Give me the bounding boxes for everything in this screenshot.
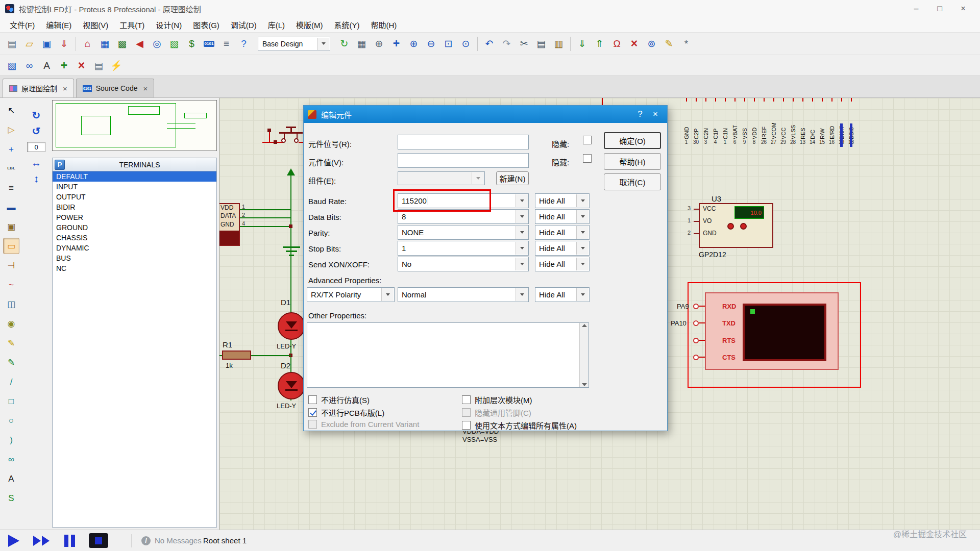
- checkbox[interactable]: [308, 420, 317, 429]
- schematic-capture-icon[interactable]: ▦: [97, 36, 113, 52]
- pick-terminals-button[interactable]: P: [55, 160, 65, 170]
- maximize-button[interactable]: □: [928, 4, 951, 13]
- menu-item[interactable]: 系统(Y): [328, 17, 365, 32]
- terminals-list-item[interactable]: BUS: [53, 253, 216, 263]
- block-move-icon[interactable]: ⇑: [592, 36, 607, 52]
- exclude-pcb-checkbox[interactable]: 不进行PCB布版(L): [308, 407, 384, 418]
- tab-schematic[interactable]: 原理图绘制 ×: [3, 79, 74, 97]
- stop-button[interactable]: [89, 533, 108, 548]
- menu-item[interactable]: 视图(V): [77, 17, 114, 32]
- rotate-cw-icon[interactable]: ↻: [32, 110, 41, 120]
- part-ref-input[interactable]: [398, 135, 529, 149]
- baud-rate-combo[interactable]: 115200: [398, 193, 529, 208]
- data-bits-visibility-combo[interactable]: Hide All: [535, 209, 590, 224]
- import-icon[interactable]: ⇓: [56, 36, 72, 52]
- hide-common-pins-checkbox[interactable]: 隐藏通用管脚(C): [462, 407, 531, 418]
- chevron-down-icon[interactable]: [516, 210, 528, 223]
- close-button[interactable]: ×: [951, 4, 975, 13]
- play-button[interactable]: [8, 535, 19, 547]
- checkbox[interactable]: [462, 408, 471, 417]
- led-d2[interactable]: [278, 372, 305, 399]
- zoom-extents-icon[interactable]: ⊙: [458, 36, 474, 52]
- advanced-property-combo[interactable]: RX/TX Polarity: [307, 287, 395, 302]
- template-icon[interactable]: ▧: [4, 58, 20, 73]
- mirror-horizontal-icon[interactable]: ↔: [31, 158, 41, 168]
- bom-icon[interactable]: $: [184, 36, 200, 52]
- terminals-list-item[interactable]: NC: [53, 263, 216, 273]
- new-element-button[interactable]: 新建(N): [496, 171, 529, 185]
- stop-bits-visibility-combo[interactable]: Hide All: [535, 241, 590, 256]
- terminals-list-item[interactable]: GROUND: [53, 222, 216, 233]
- chevron-down-icon[interactable]: [576, 194, 589, 207]
- subcircuit-mode-icon[interactable]: ▣: [3, 218, 19, 235]
- hide-ref-checkbox[interactable]: [583, 136, 592, 144]
- led-d1[interactable]: [278, 312, 305, 340]
- erc-report-icon[interactable]: Ω: [609, 36, 625, 52]
- chevron-down-icon[interactable]: [516, 242, 528, 255]
- checkbox-checked[interactable]: [308, 408, 317, 417]
- data-bits-combo[interactable]: 8: [398, 209, 529, 224]
- mirror-vertical-icon[interactable]: ↕: [34, 173, 39, 184]
- text-2d-icon[interactable]: A: [3, 470, 19, 487]
- menu-item[interactable]: 图表(G): [187, 17, 225, 32]
- part-value-input[interactable]: [398, 153, 529, 168]
- advanced-value-combo[interactable]: Normal: [398, 287, 529, 302]
- zoom-in-icon[interactable]: ⊕: [406, 36, 422, 52]
- symbol-2d-icon[interactable]: S: [3, 490, 19, 506]
- grid-toggle-icon[interactable]: ▦: [354, 36, 370, 52]
- dialog-titlebar[interactable]: 编辑元件 ? ×: [304, 106, 667, 123]
- design-config-icon[interactable]: *: [678, 36, 694, 52]
- terminals-list-item[interactable]: CHASSIS: [53, 233, 216, 243]
- open-folder-icon[interactable]: ▱: [21, 36, 37, 52]
- 3d-view-icon[interactable]: ▧: [166, 36, 182, 52]
- selection-mode-icon[interactable]: ↖: [3, 102, 19, 118]
- chevron-down-icon[interactable]: [576, 242, 589, 255]
- stop-bits-combo[interactable]: 1: [398, 241, 529, 256]
- chevron-down-icon[interactable]: [576, 226, 589, 239]
- tape-recorder-mode-icon[interactable]: ◫: [3, 296, 19, 312]
- paste-icon[interactable]: ▥: [551, 36, 567, 52]
- schematic-overview[interactable]: [52, 100, 217, 151]
- exclude-simulation-checkbox[interactable]: 不进行仿真(S): [308, 394, 370, 405]
- chevron-down-icon[interactable]: [576, 258, 589, 270]
- rotate-ccw-icon[interactable]: ↺: [32, 126, 41, 136]
- minimize-button[interactable]: –: [904, 4, 928, 13]
- xonxoff-visibility-combo[interactable]: Hide All: [535, 257, 590, 271]
- terminals-list-item[interactable]: DEFAULT: [53, 171, 216, 182]
- pcb-layout-icon[interactable]: ▩: [114, 36, 130, 52]
- cancel-button[interactable]: 取消(C): [604, 173, 661, 190]
- attach-hierarchy-checkbox[interactable]: 附加层次模块(M): [462, 394, 532, 405]
- checkbox[interactable]: [462, 421, 471, 430]
- electrical-rule-icon[interactable]: ⚡: [108, 58, 124, 73]
- graph-mode-icon[interactable]: ~: [3, 277, 19, 293]
- help-icon[interactable]: ?: [236, 36, 252, 52]
- exclude-variant-checkbox[interactable]: Exclude from Current Variant: [308, 420, 419, 429]
- chevron-down-icon[interactable]: [516, 288, 528, 301]
- pan-icon[interactable]: +: [388, 36, 404, 52]
- wire-label-mode-icon[interactable]: LBL: [3, 160, 19, 177]
- device-pins-mode-icon[interactable]: ⊣: [3, 257, 19, 273]
- chevron-down-icon[interactable]: [516, 258, 528, 270]
- cut-icon[interactable]: ✂: [516, 36, 532, 52]
- pause-button[interactable]: [64, 535, 75, 547]
- rotation-angle-field[interactable]: 0: [27, 142, 45, 152]
- block-delete-icon[interactable]: ×: [626, 36, 642, 52]
- simulate-icon[interactable]: ◀: [132, 36, 148, 52]
- checkbox[interactable]: [462, 395, 471, 404]
- element-combo[interactable]: [398, 171, 485, 185]
- edit-all-properties-checkbox[interactable]: 使用文本方式编辑所有属性(A): [462, 420, 577, 431]
- box-2d-icon[interactable]: □: [3, 393, 19, 409]
- binoculars-icon[interactable]: ∞: [21, 58, 37, 73]
- advanced-visibility-combo[interactable]: Hide All: [535, 287, 590, 302]
- terminals-mode-icon[interactable]: ▭: [3, 238, 19, 254]
- terminals-list-item[interactable]: BIDIR: [53, 202, 216, 212]
- save-icon[interactable]: ▣: [39, 36, 55, 52]
- undo-icon[interactable]: ↶: [481, 36, 497, 52]
- design-notes-icon[interactable]: ≡: [218, 36, 234, 52]
- path-2d-icon[interactable]: ∞: [3, 451, 19, 467]
- line-2d-icon[interactable]: /: [3, 373, 19, 390]
- terminals-list-item[interactable]: OUTPUT: [53, 192, 216, 202]
- origin-icon[interactable]: ⊕: [371, 36, 387, 52]
- chevron-down-icon[interactable]: [317, 38, 329, 50]
- search-icon[interactable]: ⊚: [644, 36, 659, 52]
